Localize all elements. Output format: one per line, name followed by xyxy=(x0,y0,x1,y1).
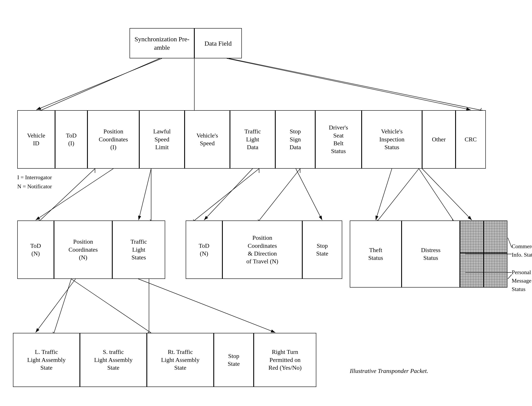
other-box: Other xyxy=(422,110,455,169)
diagram-container: Synchronization Pre-amble Data Field Veh… xyxy=(0,0,532,406)
svg-line-27 xyxy=(204,169,253,220)
svg-line-26 xyxy=(139,169,151,220)
hatched-box-1 xyxy=(460,220,484,253)
pos-coord-i-box: PositionCoordinates(I) xyxy=(87,110,139,169)
data-field-box: Data Field xyxy=(194,28,242,58)
svg-line-2 xyxy=(229,58,482,110)
vehicle-id-box: VehicleID xyxy=(17,110,55,169)
right-turn-box: Right TurnPermitted onRed (Yes/No) xyxy=(254,333,316,387)
tod-n-box: ToD(N) xyxy=(17,220,54,279)
hatched-box-3 xyxy=(460,253,484,288)
tod-n2-box: ToD(N) xyxy=(186,220,222,279)
svg-line-24 xyxy=(227,58,471,110)
stop-state-mid-box: StopState xyxy=(302,220,342,279)
vehicles-speed-box: Vehicle'sSpeed xyxy=(185,110,230,169)
svg-line-28 xyxy=(296,169,322,220)
svg-line-33 xyxy=(508,238,512,247)
theft-status-box: TheftStatus xyxy=(350,220,402,288)
interrogator-note: I = InterrogatorN = Notificator xyxy=(17,173,52,191)
pos-coord-dir-box: PositionCoordinates& Directionof Travel … xyxy=(222,220,302,279)
stop-sign-data-box: StopSignData xyxy=(275,110,315,169)
svg-line-30 xyxy=(422,169,472,220)
svg-line-12 xyxy=(54,279,71,333)
svg-line-31 xyxy=(36,279,76,333)
svg-line-23 xyxy=(36,58,162,110)
svg-line-10 xyxy=(378,169,419,220)
hatched-box-4 xyxy=(484,253,507,288)
commercial-info-label: CommercialInfo. Status xyxy=(512,242,532,259)
pos-coord-n-box: PositionCoordinates(N) xyxy=(54,220,112,279)
svg-line-14 xyxy=(71,279,151,333)
svg-line-32 xyxy=(138,279,275,333)
tod-i-box: ToD(I) xyxy=(55,110,87,169)
sync-box: Synchronization Pre-amble xyxy=(130,28,194,58)
svg-line-34 xyxy=(508,275,512,279)
caption-text: Illustrative Transponder Packet. xyxy=(350,368,428,374)
crc-box: CRC xyxy=(455,110,486,169)
vehicle-inspection-box: Vehicle'sInspectionStatus xyxy=(362,110,422,169)
hatched-box-2 xyxy=(484,220,507,253)
distress-status-box: DistressStatus xyxy=(402,220,460,288)
lawful-speed-box: LawfulSpeedLimit xyxy=(139,110,185,169)
rt-traffic-light-box: Rt. TrafficLight AssemblyState xyxy=(147,333,214,387)
traffic-light-data-box: TrafficLightData xyxy=(230,110,275,169)
svg-line-9 xyxy=(259,169,300,220)
traffic-light-states-box: TrafficLightStates xyxy=(112,220,165,279)
driver-seat-belt-box: Driver'sSeatBeltStatus xyxy=(315,110,362,169)
l-traffic-light-box: L. TrafficLight AssemblyState xyxy=(13,333,80,387)
svg-line-29 xyxy=(376,169,392,220)
svg-line-1 xyxy=(41,58,160,110)
svg-line-11 xyxy=(419,169,453,220)
stop-state-bot-box: StopState xyxy=(214,333,254,387)
personal-message-label: PersonalMessageStatus xyxy=(512,268,531,293)
svg-line-6 xyxy=(194,169,259,220)
s-traffic-light-box: S. trafficLight AssemblyState xyxy=(80,333,147,387)
